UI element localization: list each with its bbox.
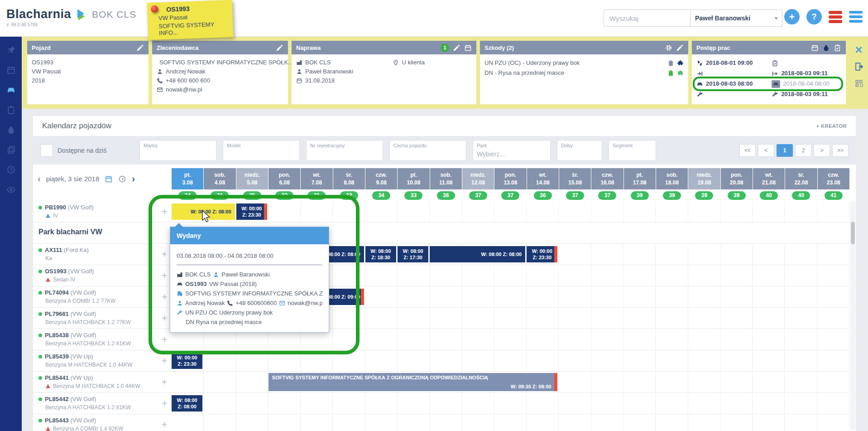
day-cell[interactable] (623, 329, 656, 350)
reservation-bar[interactable]: W: 00:00Z: 23:30 (527, 246, 557, 262)
sidebar-item-vehicles[interactable] (0, 80, 22, 100)
reservation-bar[interactable]: W: 08:00Z: 08:00 (172, 395, 202, 412)
day-cell[interactable] (172, 414, 204, 431)
page-last-button[interactable]: >> (832, 144, 849, 157)
vehicle-label[interactable]: PL85439 (VW Up)Benzyna M HATCHBACK 1.0 4… (33, 350, 172, 371)
day-header-9.08[interactable]: czw.9.08 (365, 168, 397, 189)
day-cell[interactable] (623, 414, 656, 431)
day-cell[interactable] (785, 308, 817, 329)
page-prev-button[interactable]: < (758, 144, 774, 157)
add-reservation-button[interactable]: + (162, 249, 167, 260)
day-cell[interactable] (236, 393, 269, 414)
day-cell[interactable] (817, 372, 849, 392)
day-cell[interactable] (720, 265, 753, 286)
day-cell[interactable] (398, 414, 430, 431)
day-cell[interactable] (753, 201, 785, 222)
day-cell[interactable] (591, 286, 623, 307)
day-cell[interactable] (559, 414, 591, 431)
day-cell[interactable] (462, 201, 494, 222)
vehicle-label[interactable]: PL85441 (VW Up)Benzyna M HATCHBACK 1.0 4… (33, 372, 172, 392)
day-cell[interactable] (688, 414, 720, 431)
day-cell[interactable] (656, 201, 688, 222)
day-cell[interactable] (720, 244, 753, 265)
day-cell[interactable] (656, 393, 688, 414)
day-cell[interactable] (720, 414, 753, 431)
day-cell[interactable] (785, 350, 817, 371)
day-cell[interactable] (333, 265, 365, 286)
vehicle-label[interactable]: PB1990 (VW Golf)IV+ (33, 201, 172, 222)
day-cell[interactable] (527, 329, 559, 350)
day-cell[interactable] (365, 350, 398, 371)
sidebar-item-orders[interactable] (0, 100, 22, 120)
edit-icon[interactable] (276, 44, 283, 52)
day-header-14.08[interactable]: wt.14.08 (527, 168, 559, 189)
scrollbar-thumb[interactable] (851, 222, 855, 244)
day-cell[interactable] (688, 286, 720, 307)
day-cell[interactable] (430, 350, 462, 371)
day-header-17.08[interactable]: pt.17.08 (624, 168, 656, 189)
day-cell[interactable] (494, 350, 527, 371)
day-cell[interactable] (559, 308, 591, 329)
day-cell[interactable] (398, 308, 430, 329)
menu-button[interactable] (849, 11, 863, 23)
vehicle-label[interactable]: PL85443 (VW Golf)Benzyna A COMBI 1.4 92K… (33, 414, 172, 431)
day-cell[interactable] (623, 201, 656, 222)
day-cell[interactable] (559, 265, 591, 286)
add-reservation-button[interactable]: + (162, 313, 167, 324)
day-cell[interactable] (785, 414, 817, 431)
day-cell[interactable] (817, 308, 849, 329)
day-cell[interactable] (430, 414, 462, 431)
user-dropdown[interactable]: Paweł Baranowski ▾ (690, 10, 782, 27)
day-cell[interactable] (753, 329, 785, 350)
kreator-button[interactable]: + KREATOR (816, 123, 847, 129)
vehicle-label[interactable]: AX111 (Ford Ka)Ka+ (33, 244, 172, 265)
database-button[interactable] (829, 11, 842, 23)
day-cell[interactable] (623, 244, 656, 265)
day-cell[interactable] (559, 372, 591, 392)
segment-input[interactable] (613, 150, 652, 157)
day-cell[interactable] (591, 329, 623, 350)
day-header-8.08[interactable]: śr.8.08 (333, 168, 365, 189)
add-reservation-button[interactable]: + (162, 207, 167, 217)
drop-icon[interactable] (822, 44, 830, 52)
model-input[interactable] (227, 150, 296, 157)
sidebar-item-calendar[interactable] (0, 60, 22, 80)
vehicle-label[interactable]: PL85438 (VW Golf)Benzyna A HATCHBACK 1.2… (33, 329, 172, 350)
day-cell[interactable] (398, 286, 430, 307)
add-reservation-button[interactable]: + (162, 271, 167, 281)
day-cell[interactable] (236, 372, 269, 392)
day-cell[interactable] (688, 372, 720, 392)
day-cell[interactable] (753, 372, 785, 392)
reservation-bar[interactable]: W: 00:00Z: 23:30 (236, 203, 267, 220)
day-cell[interactable] (688, 350, 720, 371)
day-cell[interactable] (720, 329, 753, 350)
available-today-checkbox[interactable] (40, 144, 53, 157)
day-header-16.08[interactable]: czw.16.08 (591, 168, 623, 189)
page-first-button[interactable]: << (739, 144, 756, 157)
day-cell[interactable] (462, 350, 494, 371)
day-cell[interactable] (527, 265, 559, 286)
day-cell[interactable] (720, 286, 753, 307)
day-cell[interactable] (785, 201, 817, 222)
day-cell[interactable] (688, 265, 720, 286)
day-cell[interactable] (753, 414, 785, 431)
day-cell[interactable] (688, 201, 720, 222)
search-input[interactable] (609, 14, 700, 23)
day-header-3.08[interactable]: pt.3.08 (172, 168, 203, 189)
day-cell[interactable] (462, 414, 494, 431)
day-cell[interactable] (817, 393, 849, 414)
nr-rejestracyjny-input[interactable] (310, 150, 379, 157)
day-cell[interactable] (623, 265, 656, 286)
day-cell[interactable] (527, 414, 559, 431)
vehicle-label[interactable]: OS1993 (VW Golf)Sedan IV+ (33, 265, 172, 286)
day-cell[interactable] (527, 393, 559, 414)
page-2-button[interactable]: 2 (795, 144, 811, 157)
day-cell[interactable] (591, 393, 623, 414)
day-cell[interactable] (301, 201, 333, 222)
reservation-bar[interactable]: W: 08:00Z: 18:30 (365, 246, 396, 262)
doby-input[interactable] (561, 150, 598, 157)
marka-input[interactable] (144, 150, 212, 157)
day-cell[interactable] (688, 308, 720, 329)
day-cell[interactable] (494, 308, 527, 329)
day-cell[interactable] (172, 372, 204, 392)
